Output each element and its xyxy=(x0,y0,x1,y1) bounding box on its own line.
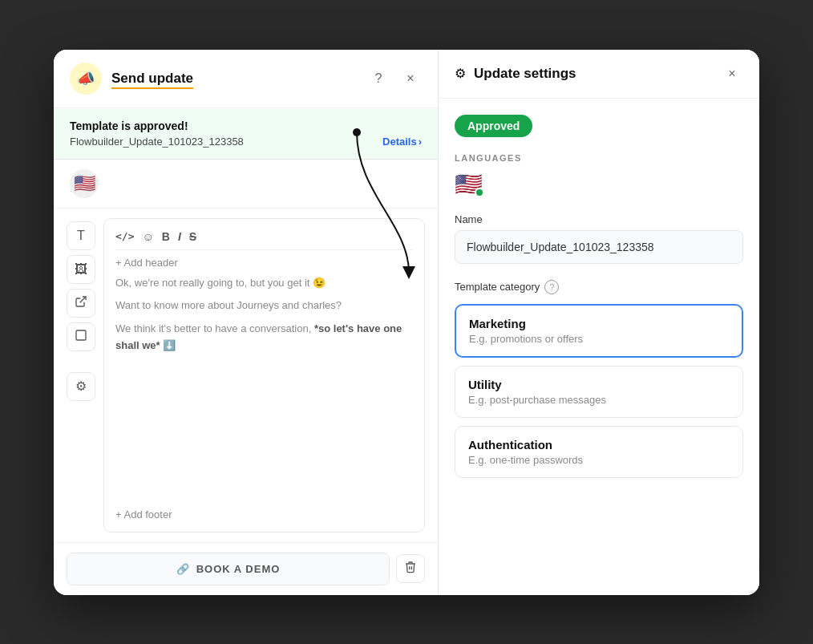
language-flag-section: 🇺🇸 xyxy=(455,171,483,197)
strikethrough-format-icon[interactable]: S xyxy=(189,230,196,243)
cta-row: 🔗 BOOK A DEMO xyxy=(54,542,438,595)
link-icon: 🔗 xyxy=(176,563,190,575)
template-category-label: Template category ? xyxy=(455,280,743,294)
gear-icon: ⚙ xyxy=(75,379,87,394)
authentication-desc: E.g. one-time passwords xyxy=(468,454,730,466)
left-panel-title: Send update xyxy=(111,71,358,87)
settings-icon: ⚙ xyxy=(455,66,466,81)
editor-sidebar: T 🖼 xyxy=(67,218,95,533)
active-dot xyxy=(475,188,484,197)
language-row: 🇺🇸 xyxy=(54,160,438,209)
text-icon: T xyxy=(77,229,85,243)
rectangle-tool-button[interactable] xyxy=(67,322,95,351)
right-panel-header: ⚙ Update settings × xyxy=(439,50,759,99)
body-line-3: We think it's better to have a conversat… xyxy=(115,321,413,354)
header-actions: ? × xyxy=(367,67,422,90)
editor-main: </> ☺ B I S + Add header Ok, we're not r… xyxy=(103,218,425,533)
authentication-category-card[interactable]: Authentication E.g. one-time passwords xyxy=(455,426,743,478)
megaphone-icon: 📣 xyxy=(70,63,102,95)
image-icon: 🖼 xyxy=(75,262,87,277)
marketing-category-card[interactable]: Marketing E.g. promotions or offers xyxy=(455,304,743,358)
editor-toolbar: </> ☺ B I S xyxy=(115,230,413,250)
emoji-format-icon[interactable]: ☺ xyxy=(142,230,153,243)
code-format-icon[interactable]: </> xyxy=(115,230,134,242)
name-field-value: Flowbuilder_Update_101023_123358 xyxy=(455,230,743,264)
share-icon xyxy=(75,295,87,311)
marketing-desc: E.g. promotions or offers xyxy=(469,333,729,345)
trash-icon xyxy=(404,561,417,577)
utility-category-card[interactable]: Utility E.g. post-purchase messages xyxy=(455,366,743,418)
delete-button[interactable] xyxy=(396,554,425,583)
right-panel-title: Update settings xyxy=(474,66,713,82)
help-button[interactable]: ? xyxy=(367,67,390,90)
languages-label: LANGUAGES xyxy=(455,153,743,163)
body-line-2: Want to know more about Journeys and cha… xyxy=(115,298,413,314)
svg-rect-1 xyxy=(76,330,86,340)
editor-area: T 🖼 xyxy=(54,209,438,542)
right-panel-content: Approved LANGUAGES 🇺🇸 Name Flowbuilder_U… xyxy=(439,99,759,595)
banner-row: Flowbuilder_Update_101023_123358 Details… xyxy=(70,136,422,148)
utility-title: Utility xyxy=(468,378,730,391)
marketing-title: Marketing xyxy=(469,317,729,330)
utility-desc: E.g. post-purchase messages xyxy=(468,394,730,406)
editor-body: Ok, we're not really going to, but you g… xyxy=(115,275,413,354)
banner-template-name: Flowbuilder_Update_101023_123358 xyxy=(70,136,244,148)
name-field-label: Name xyxy=(455,213,743,225)
close-button[interactable]: × xyxy=(399,67,422,90)
details-link[interactable]: Details › xyxy=(382,136,422,148)
italic-format-icon[interactable]: I xyxy=(178,230,181,243)
add-footer-button[interactable]: + Add footer xyxy=(115,508,413,520)
left-panel: 📣 Send update ? × Template is approved! … xyxy=(54,50,439,595)
settings-tool-button[interactable]: ⚙ xyxy=(67,372,95,401)
approved-badge: Approved xyxy=(455,115,532,137)
authentication-title: Authentication xyxy=(468,438,730,452)
image-tool-button[interactable]: 🖼 xyxy=(67,255,95,284)
right-panel: ⚙ Update settings × Approved LANGUAGES 🇺… xyxy=(439,50,759,595)
category-help-icon[interactable]: ? xyxy=(544,280,559,294)
rectangle-icon xyxy=(75,329,87,345)
body-line-1: Ok, we're not really going to, but you g… xyxy=(115,275,413,292)
svg-line-0 xyxy=(80,297,86,302)
left-panel-header: 📣 Send update ? × xyxy=(54,50,438,108)
text-tool-button[interactable]: T xyxy=(67,221,95,250)
flag-us: 🇺🇸 xyxy=(70,169,99,198)
right-close-button[interactable]: × xyxy=(721,63,743,85)
banner-title: Template is approved! xyxy=(70,119,422,132)
share-tool-button[interactable] xyxy=(67,289,95,318)
add-header-button[interactable]: + Add header xyxy=(115,257,413,269)
book-demo-button[interactable]: 🔗 BOOK A DEMO xyxy=(67,553,390,585)
bold-format-icon[interactable]: B xyxy=(162,230,170,243)
approved-banner: Template is approved! Flowbuilder_Update… xyxy=(54,108,438,160)
